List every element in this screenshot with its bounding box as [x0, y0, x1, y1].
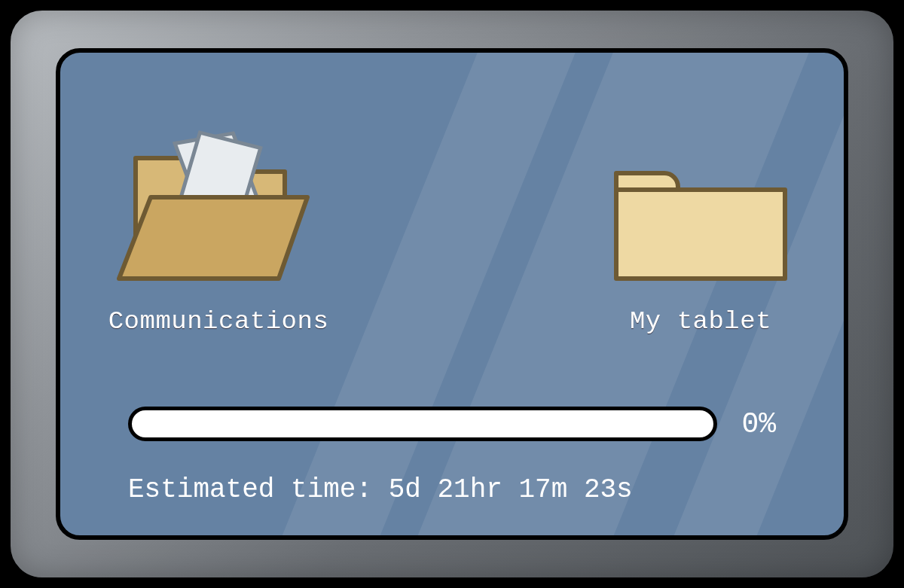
destination-folder[interactable]: My tablet: [603, 143, 799, 336]
source-folder[interactable]: Communications: [105, 128, 331, 336]
source-folder-label: Communications: [108, 307, 329, 336]
folder-open-icon: [105, 128, 331, 294]
tablet-device-frame: Communications My tablet 0% Estimated ti…: [6, 6, 898, 582]
transfer-progress-bar: [128, 407, 717, 441]
transfer-progress-percent: 0%: [741, 408, 776, 440]
eta-prefix: Estimated time:: [128, 474, 389, 505]
destination-folder-label: My tablet: [630, 307, 771, 336]
folder-closed-icon: [603, 143, 799, 294]
transfer-eta: Estimated time: 5d 21hr 17m 23s: [128, 474, 633, 505]
eta-value: 5d 21hr 17m 23s: [389, 474, 633, 505]
tablet-screen: Communications My tablet 0% Estimated ti…: [56, 48, 848, 540]
